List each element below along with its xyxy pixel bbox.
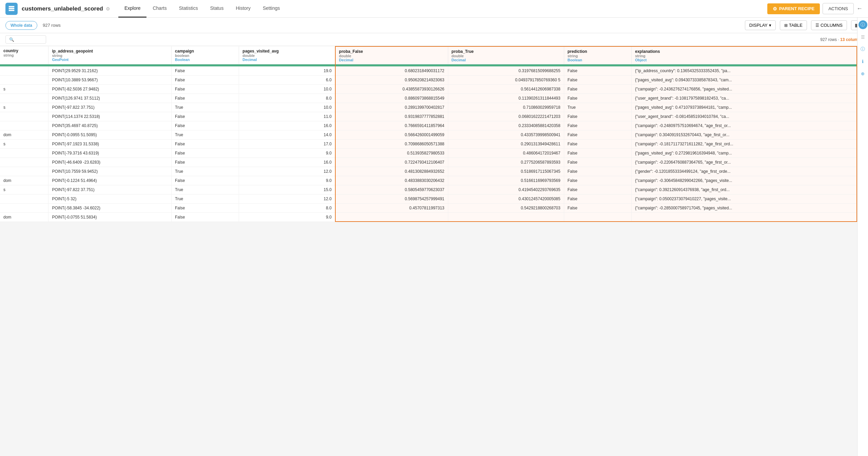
table-cell: {"user_agent_brand": -0.0814585193401078… xyxy=(632,112,857,121)
table-cell: True xyxy=(172,167,239,176)
table-cell: 0.9319837777852881 xyxy=(335,112,448,121)
col-subtype-proba-false[interactable]: Decimal xyxy=(339,58,445,62)
table-row: sPOINT(-82.5036 27.9482)False10.00.43855… xyxy=(0,84,857,94)
table-row: sPOINT(-97.822 37.751)True15.00.58054597… xyxy=(0,185,857,194)
table-cell: {"campaign": -0.24809757510694674, "age_… xyxy=(632,121,857,130)
col-header-campaign[interactable]: campaign boolean Boolean xyxy=(172,46,239,64)
col-header-prediction[interactable]: prediction string Boolean xyxy=(564,46,631,64)
sidebar-icon-list[interactable]: ☰ xyxy=(859,33,867,41)
sidebar-icon-info[interactable]: ⓘ xyxy=(859,20,867,29)
table-cell: POINT(-46.6409 -23.6283) xyxy=(48,158,172,167)
table-cell: 12.0 xyxy=(239,167,335,176)
table-cell: False xyxy=(564,139,631,148)
table-row: POINT(114.1374 22.5318)False11.00.931983… xyxy=(0,112,857,121)
col-subtype-prediction[interactable]: Boolean xyxy=(568,58,628,62)
table-cell xyxy=(0,121,48,130)
table-cell: False xyxy=(172,66,239,76)
table-cell: s xyxy=(0,84,48,94)
table-cell: {"campaign": -0.22064760887364765, "age_… xyxy=(632,158,857,167)
table-cell: False xyxy=(172,112,239,121)
table-cell: POINT(-5 32) xyxy=(48,194,172,203)
table-cell: 0.2891399700402817 xyxy=(335,103,448,112)
table-row: POINT(35.4697 40.8725)False16.00.7666591… xyxy=(0,121,857,130)
table-cell: POINT(126.9741 37.5112) xyxy=(48,94,172,103)
table-cell: 0.4833883030206432 xyxy=(335,176,448,185)
table-cell: {"campaign": -0.30645848299042266, "page… xyxy=(632,176,857,185)
actions-button[interactable]: ACTIONS xyxy=(823,3,854,14)
tab-settings[interactable]: Settings xyxy=(257,0,286,18)
search-input[interactable] xyxy=(16,37,42,42)
col-name-country: country xyxy=(3,48,45,53)
table-cell: False xyxy=(172,148,239,158)
table-cell: False xyxy=(172,212,239,222)
col-header-pages-visited[interactable]: pages_visited_avg double Decimal xyxy=(239,46,335,64)
parent-recipe-button[interactable]: ⚙ PARENT RECIPE xyxy=(767,3,820,14)
table-cell: s xyxy=(0,103,48,112)
col-header-proba-true[interactable]: proba_True double Decimal xyxy=(448,46,564,64)
table-cell xyxy=(0,194,48,203)
tab-explore[interactable]: Explore xyxy=(118,0,146,18)
table-cell: POINT(-0.0755 51.5834) xyxy=(48,212,172,222)
table-cell xyxy=(0,112,48,121)
search-icon: 🔍 xyxy=(9,37,14,42)
col-subtype-proba-true[interactable]: Decimal xyxy=(452,58,560,62)
table-cell: False xyxy=(564,121,631,130)
col-subtype-explanations[interactable]: Object xyxy=(635,58,853,62)
col-header-explanations[interactable]: explanations string Object xyxy=(632,46,857,64)
sidebar-icon-question[interactable]: ⊕ xyxy=(859,69,867,78)
sidebar-icon-info-alt[interactable]: ℹ xyxy=(859,57,867,66)
back-button[interactable]: ← xyxy=(856,5,863,12)
table-cell: False xyxy=(172,121,239,130)
nav-tabs: Explore Charts Statistics Status History… xyxy=(118,0,286,18)
dataset-settings-icon[interactable]: ⚙ xyxy=(106,6,110,12)
table-cell: 10.0 xyxy=(239,103,335,112)
tab-history[interactable]: History xyxy=(230,0,257,18)
search-input-wrap[interactable]: 🔍 xyxy=(5,35,46,44)
subtoolbar: Whole data 927 rows DISPLAY ▾ ⊞ TABLE ☰ … xyxy=(0,18,868,33)
col-header-ip-geopoint[interactable]: ip_address_geopoint string GeoPoint xyxy=(48,46,172,64)
table-cell: {"pages_visited_avg": 0.0943073338587834… xyxy=(632,75,857,84)
table-container[interactable]: country string ip_address_geopoint strin… xyxy=(0,46,857,453)
table-cell: 0.45707811997313 xyxy=(335,203,448,212)
table-cell: 16.0 xyxy=(239,158,335,167)
table-cell: 0.9506208214923063 xyxy=(335,75,448,84)
table-cell: {"campaign": -0.2436276274176856, "pages… xyxy=(632,84,857,94)
whole-data-button[interactable]: Whole data xyxy=(5,21,37,30)
col-subtype-ip-geopoint[interactable]: GeoPoint xyxy=(52,58,168,62)
col-name-pages-visited: pages_visited_avg xyxy=(242,49,332,54)
col-subtype-pages-visited[interactable]: Decimal xyxy=(242,58,332,62)
table-cell: 0.5429218800268703 xyxy=(448,203,564,212)
col-header-country[interactable]: country string xyxy=(0,46,48,64)
table-cell: {"campaign": -0.2850007589717045, "pages… xyxy=(632,203,857,212)
columns-button[interactable]: ☰ COLUMNS xyxy=(811,20,847,30)
table-cell: POINT(35.4697 40.8725) xyxy=(48,121,172,130)
table-cell: 9.0 xyxy=(239,212,335,222)
tab-status[interactable]: Status xyxy=(204,0,230,18)
table-cell: 0.2775206587893593 xyxy=(448,158,564,167)
table-cell: POINT(10.7559 59.9452) xyxy=(48,167,172,176)
table-row: sPOINT(-97.822 37.751)True10.00.28913997… xyxy=(0,103,857,112)
table-cell: 17.0 xyxy=(239,139,335,148)
chevron-down-icon: ▾ xyxy=(769,23,771,28)
display-button[interactable]: DISPLAY ▾ xyxy=(745,20,776,30)
table-cell: False xyxy=(564,203,631,212)
sidebar-icon-info-blue[interactable]: ⓘ xyxy=(859,45,867,54)
tab-charts[interactable]: Charts xyxy=(146,0,173,18)
tab-statistics[interactable]: Statistics xyxy=(173,0,204,18)
col-type-proba-false: double xyxy=(339,54,445,58)
table-row: POINT(-46.6409 -23.6283)False16.00.72247… xyxy=(0,158,857,167)
col-type-prediction: string xyxy=(568,54,628,58)
col-name-campaign: campaign xyxy=(175,49,235,54)
table-row: domPOINT(-0.1224 51.4964)False9.00.48338… xyxy=(0,176,857,185)
col-header-proba-false[interactable]: proba_False double Decimal xyxy=(335,46,448,64)
table-cell xyxy=(0,148,48,158)
table-cell: 0.2901313949428611 xyxy=(448,139,564,148)
dataset-name: customers_unlabeled_scored xyxy=(22,5,103,12)
table-cell: POINT(10.3889 53.9667) xyxy=(48,75,172,84)
col-subtype-campaign[interactable]: Boolean xyxy=(175,58,235,62)
table-view-button[interactable]: ⊞ TABLE xyxy=(780,20,807,30)
table-cell: 0.5614412606987338 xyxy=(448,84,564,94)
table-cell: 0.7666591411857964 xyxy=(335,121,448,130)
table-cell: POINT(-79.3716 43.6319) xyxy=(48,148,172,158)
table-cell: {"ip_address_country": 0.136543253333524… xyxy=(632,66,857,76)
